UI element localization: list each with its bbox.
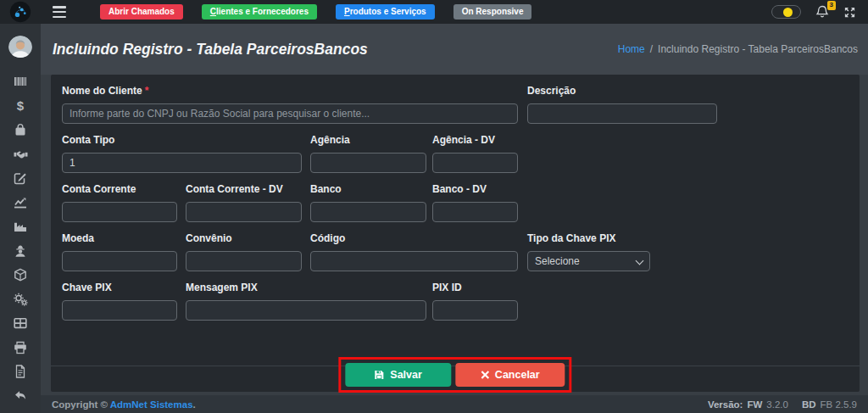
moeda-label: Moeda	[62, 232, 177, 244]
annotation-highlight: Salvar Cancelar	[338, 357, 571, 393]
notification-count-badge: 3	[827, 1, 836, 10]
field-codigo: Código	[310, 232, 518, 271]
pix-id-input[interactable]	[432, 300, 518, 321]
conta-corrente-input[interactable]	[62, 202, 177, 222]
clientes-fornecedores-button[interactable]: Clientes e Fornecedores	[202, 4, 317, 20]
dollar-icon: $	[17, 99, 24, 113]
topbar: Abrir Chamados Clientes e Fornecedores P…	[0, 0, 868, 24]
sidebar-item-usuarios[interactable]	[14, 244, 27, 258]
version-info: Versão: FW 3.2.0 BD FB 2.5.9	[708, 399, 857, 410]
on-responsive-badge[interactable]: On Responsive	[453, 4, 532, 20]
nome-cliente-input[interactable]	[62, 103, 518, 124]
save-button[interactable]: Salvar	[345, 363, 451, 387]
form-row-4: Moeda Convênio Código Tipo da Chave PIX	[62, 232, 849, 271]
field-agencia-dv: Agência - DV	[432, 134, 518, 173]
form-actions-bar: Salvar Cancelar	[51, 366, 860, 392]
sidebar-item-produtos[interactable]	[14, 268, 27, 282]
sidebar-item-configuracoes[interactable]	[14, 293, 28, 306]
shopping-bag-icon	[14, 123, 27, 137]
chave-pix-label: Chave PIX	[62, 282, 177, 293]
form-panel: Nome do Cliente* Descrição Conta Tipo Ag	[51, 75, 860, 392]
cancel-button[interactable]: Cancelar	[455, 363, 565, 387]
agencia-dv-input[interactable]	[432, 153, 518, 173]
field-convenio: Convênio	[186, 232, 302, 271]
mensagem-pix-input[interactable]	[186, 300, 426, 321]
agencia-input[interactable]	[310, 153, 426, 173]
handshake-icon	[14, 148, 28, 161]
abrir-chamados-button[interactable]: Abrir Chamados	[100, 4, 183, 20]
toggle-knob	[783, 8, 793, 17]
field-conta-tipo: Conta Tipo	[62, 134, 302, 173]
admnet-link[interactable]: AdmNet Sistemas	[110, 399, 193, 410]
pix-id-label: PIX ID	[432, 282, 518, 293]
chave-pix-input[interactable]	[62, 300, 177, 321]
barcode-icon	[14, 75, 27, 88]
user-avatar[interactable]	[8, 36, 32, 58]
banco-input[interactable]	[310, 202, 426, 222]
sidebar-item-voltar[interactable]	[14, 389, 27, 403]
sidebar-item-compras[interactable]	[14, 123, 27, 137]
sidebar-item-producao[interactable]	[14, 220, 27, 233]
user-secret-icon	[14, 244, 27, 258]
field-chave-pix: Chave PIX	[62, 282, 177, 321]
agencia-label: Agência	[310, 134, 426, 146]
banco-label: Banco	[310, 183, 426, 195]
sidebar-item-relatorios[interactable]	[14, 196, 27, 209]
banco-dv-label: Banco - DV	[432, 183, 518, 195]
fullscreen-button[interactable]	[843, 6, 856, 19]
edit-icon	[14, 171, 27, 185]
close-icon	[481, 371, 489, 379]
moeda-input[interactable]	[62, 251, 177, 271]
field-descricao: Descrição	[527, 85, 717, 124]
avatar-image	[8, 36, 32, 58]
conta-corrente-dv-label: Conta Corrente - DV	[186, 183, 302, 195]
theme-toggle[interactable]	[771, 5, 801, 19]
form-row-3: Conta Corrente Conta Corrente - DV Banco…	[62, 183, 849, 222]
form-row-1: Nome do Cliente* Descrição	[62, 85, 849, 124]
sidebar-item-tabelas[interactable]	[14, 316, 27, 330]
chart-line-icon	[14, 196, 27, 209]
codigo-label: Código	[310, 232, 518, 244]
codigo-input[interactable]	[310, 251, 518, 271]
field-conta-corrente-dv: Conta Corrente - DV	[186, 183, 302, 222]
breadcrumb-home-link[interactable]: Home	[618, 43, 645, 55]
cube-icon	[14, 268, 27, 282]
banco-dv-input[interactable]	[432, 202, 518, 222]
mensagem-pix-label: Mensagem PIX	[186, 282, 426, 293]
cogs-icon	[14, 293, 28, 306]
page-title: Incluindo Registro - Tabela ParceirosBan…	[53, 41, 368, 59]
field-nome-cliente: Nome do Cliente*	[62, 85, 518, 124]
expand-icon	[843, 6, 856, 19]
app-logo[interactable]	[0, 1, 41, 23]
convenio-input[interactable]	[186, 251, 302, 271]
descricao-input[interactable]	[527, 103, 717, 124]
printer-icon	[14, 341, 27, 354]
menu-toggle-icon[interactable]	[53, 6, 70, 18]
tipo-chave-pix-select[interactable]: Selecione	[527, 251, 650, 271]
field-mensagem-pix: Mensagem PIX	[186, 282, 426, 321]
conta-corrente-dv-input[interactable]	[186, 202, 302, 222]
sidebar-item-documentos[interactable]	[14, 365, 27, 378]
page-header: Incluindo Registro - Tabela ParceirosBan…	[41, 24, 868, 75]
topbar-shortcuts: Abrir Chamados Clientes e Fornecedores P…	[100, 4, 531, 20]
logo-icon	[9, 1, 31, 23]
app-root: Abrir Chamados Clientes e Fornecedores P…	[0, 0, 868, 413]
breadcrumb-current: Incluindo Registro - Tabela ParceirosBan…	[658, 43, 858, 55]
breadcrumb-separator: /	[650, 43, 653, 55]
conta-tipo-input[interactable]	[62, 153, 302, 173]
form-row-5: Chave PIX Mensagem PIX PIX ID	[62, 282, 849, 321]
sidebar-item-financeiro[interactable]: $	[17, 99, 24, 113]
sidebar-item-barcode[interactable]	[14, 75, 27, 88]
notifications-button[interactable]: 3	[815, 5, 829, 19]
field-moeda: Moeda	[62, 232, 177, 271]
field-pix-id: PIX ID	[432, 282, 518, 321]
produtos-servicos-button[interactable]: Produtos e Serviços	[336, 4, 435, 20]
field-tipo-chave-pix: Tipo da Chave PIX Selecione	[527, 232, 650, 271]
sidebar-item-parceiros[interactable]	[14, 148, 28, 161]
sidebar-item-impressao[interactable]	[14, 341, 27, 354]
content: Nome do Cliente* Descrição Conta Tipo Ag	[41, 75, 868, 392]
footer: Copyright © AdmNet Sistemas. Versão: FW …	[41, 395, 868, 413]
conta-tipo-label: Conta Tipo	[62, 134, 302, 146]
required-marker: *	[145, 85, 149, 97]
sidebar-item-editar[interactable]	[14, 171, 27, 185]
